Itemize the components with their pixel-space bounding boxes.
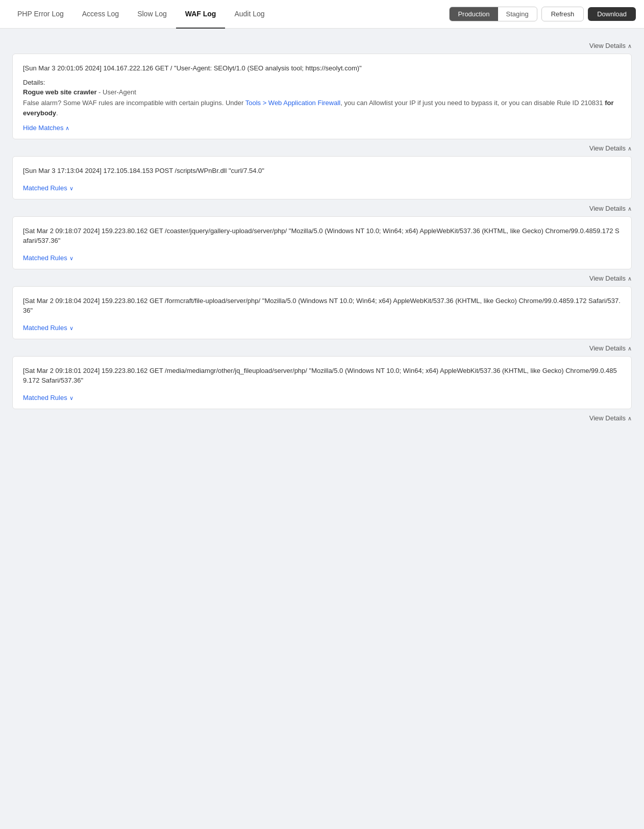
refresh-button[interactable]: Refresh	[541, 7, 584, 21]
rogue-title: Rogue web site crawler	[23, 88, 97, 96]
matched-rules-link-5[interactable]: Matched Rules	[23, 394, 73, 401]
chevron-up-icon-6	[628, 414, 632, 422]
nav-tabs: PHP Error Log Access Log Slow Log WAF Lo…	[8, 0, 449, 29]
chevron-up-icon-hide	[65, 124, 69, 132]
view-details-link-6[interactable]: View Details	[589, 414, 632, 422]
false-alarm-part3: .	[56, 109, 58, 117]
view-details-link-3[interactable]: View Details	[589, 205, 632, 212]
download-button[interactable]: Download	[588, 7, 636, 21]
log-card-5: [Sat Mar 2 09:18:01 2024] 159.223.80.162…	[12, 356, 632, 409]
view-details-link-5[interactable]: View Details	[589, 344, 632, 352]
view-details-link-1[interactable]: View Details	[589, 42, 632, 49]
view-details-link-2[interactable]: View Details	[589, 144, 632, 152]
matched-rules-label-4: Matched Rules	[23, 324, 67, 332]
log-details-section-1: Details: Rogue web site crawler - User-A…	[23, 79, 621, 119]
tab-waf-log[interactable]: WAF Log	[176, 0, 226, 29]
matched-rules-label-3: Matched Rules	[23, 254, 67, 262]
chevron-down-icon-4	[69, 324, 73, 332]
staging-button[interactable]: Staging	[498, 7, 537, 21]
log-entry-text-3: [Sat Mar 2 09:18:07 2024] 159.223.80.162…	[23, 226, 621, 246]
view-details-row-3: View Details	[12, 199, 632, 216]
chevron-up-icon-3	[628, 205, 632, 212]
header: PHP Error Log Access Log Slow Log WAF Lo…	[0, 0, 644, 29]
log-entry-text-1: [Sun Mar 3 20:01:05 2024] 104.167.222.12…	[23, 63, 621, 73]
waf-firewall-link[interactable]: Tools > Web Application Firewall	[245, 99, 341, 107]
view-details-row-1: View Details	[12, 37, 632, 54]
tab-audit-log[interactable]: Audit Log	[225, 0, 274, 29]
chevron-up-icon-2	[628, 144, 632, 152]
log-entry-text-4: [Sat Mar 2 09:18:04 2024] 159.223.80.162…	[23, 296, 621, 316]
chevron-up-icon-4	[628, 274, 632, 282]
chevron-up-icon-5	[628, 344, 632, 352]
chevron-up-icon-1	[628, 42, 632, 49]
log-card-1: [Sun Mar 3 20:01:05 2024] 104.167.222.12…	[12, 54, 632, 139]
log-section-3: View Details [Sat Mar 2 09:18:07 2024] 1…	[12, 199, 632, 269]
tab-access-log[interactable]: Access Log	[73, 0, 128, 29]
matched-rules-link-3[interactable]: Matched Rules	[23, 254, 73, 262]
view-details-link-4[interactable]: View Details	[589, 274, 632, 282]
view-details-row-6: View Details	[12, 409, 632, 426]
env-toggle: Production Staging	[449, 7, 537, 21]
log-card-3: [Sat Mar 2 09:18:07 2024] 159.223.80.162…	[12, 216, 632, 269]
tab-php-error-log[interactable]: PHP Error Log	[8, 0, 73, 29]
log-card-4: [Sat Mar 2 09:18:04 2024] 159.223.80.162…	[12, 286, 632, 339]
chevron-down-icon-2	[69, 184, 73, 192]
matched-rules-label-2: Matched Rules	[23, 184, 67, 192]
log-section-5: View Details [Sat Mar 2 09:18:01 2024] 1…	[12, 339, 632, 409]
log-entry-text-2: [Sun Mar 3 17:13:04 2024] 172.105.184.15…	[23, 166, 621, 176]
view-details-label-3: View Details	[589, 205, 626, 212]
header-actions: Production Staging Refresh Download	[449, 7, 636, 21]
tab-slow-log[interactable]: Slow Log	[128, 0, 176, 29]
view-details-label-2: View Details	[589, 144, 626, 152]
details-label-1: Details:	[23, 79, 621, 86]
production-button[interactable]: Production	[450, 7, 498, 21]
view-details-row-4: View Details	[12, 269, 632, 286]
view-details-label-1: View Details	[589, 42, 626, 49]
matched-rules-link-2[interactable]: Matched Rules	[23, 184, 73, 192]
log-section-2: View Details [Sun Mar 3 17:13:04 2024] 1…	[12, 139, 632, 199]
matched-rules-link-4[interactable]: Matched Rules	[23, 324, 73, 332]
false-alarm-text: False alarm? Some WAF rules are incompat…	[23, 98, 621, 119]
false-alarm-part2: , you can Allowlist your IP if just you …	[340, 99, 605, 107]
view-details-label-5: View Details	[589, 344, 626, 352]
log-section-6: View Details	[12, 409, 632, 426]
matched-rules-label-5: Matched Rules	[23, 394, 67, 401]
view-details-row-2: View Details	[12, 139, 632, 156]
chevron-down-icon-3	[69, 254, 73, 262]
chevron-down-icon-5	[69, 394, 73, 401]
log-section-1: View Details [Sun Mar 3 20:01:05 2024] 1…	[12, 37, 632, 139]
hide-matches-link-1[interactable]: Hide Matches	[23, 124, 69, 132]
hide-matches-label-1: Hide Matches	[23, 124, 63, 132]
main-content: View Details [Sun Mar 3 20:01:05 2024] 1…	[0, 29, 644, 434]
view-details-label-4: View Details	[589, 274, 626, 282]
log-section-4: View Details [Sat Mar 2 09:18:04 2024] 1…	[12, 269, 632, 339]
view-details-label-6: View Details	[589, 414, 626, 422]
rogue-subtitle: - User-Agent	[97, 88, 136, 96]
false-alarm-part1: False alarm? Some WAF rules are incompat…	[23, 99, 245, 107]
log-entry-text-5: [Sat Mar 2 09:18:01 2024] 159.223.80.162…	[23, 366, 621, 386]
view-details-row-5: View Details	[12, 339, 632, 356]
log-card-2: [Sun Mar 3 17:13:04 2024] 172.105.184.15…	[12, 156, 632, 199]
rogue-title-row: Rogue web site crawler - User-Agent	[23, 88, 621, 96]
